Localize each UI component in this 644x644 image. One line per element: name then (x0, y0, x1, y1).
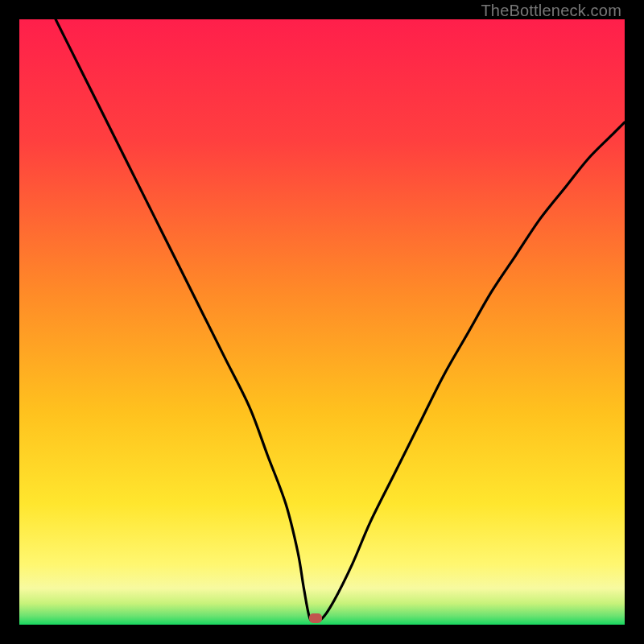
watermark-text: TheBottleneck.com (481, 2, 621, 20)
curve-layer (19, 19, 625, 625)
outer-frame: TheBottleneck.com (0, 0, 644, 644)
optimal-point-marker (309, 613, 322, 623)
plot-area (19, 19, 625, 625)
bottleneck-curve (56, 19, 625, 621)
